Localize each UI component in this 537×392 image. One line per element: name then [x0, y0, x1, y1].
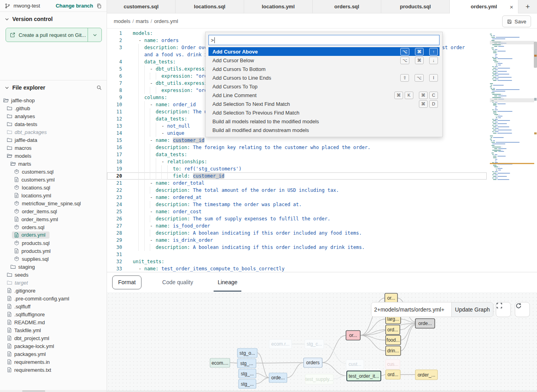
- file-explorer-item-jaffle-shop[interactable]: jaffle-shop: [0, 96, 107, 104]
- file-explorer-item-data-tests[interactable]: data-tests: [0, 120, 107, 128]
- palette-item-10[interactable]: Build all modified and downstream models: [208, 126, 440, 134]
- lineage-node-ecom.r...[interactable]: ecom.r...: [269, 339, 292, 349]
- file-explorer-item-dbt_packages[interactable]: dbt_packages: [0, 128, 107, 136]
- lineage-node-stg_c...[interactable]: stg_c...: [305, 339, 324, 349]
- lineage-node-or...[interactable]: or...: [346, 331, 360, 340]
- tab-locations.sql[interactable]: locations.sql: [176, 0, 244, 13]
- code-line-21[interactable]: 21 - name: order_total: [107, 180, 487, 187]
- lineage-node-or...[interactable]: or...: [385, 293, 397, 303]
- file-explorer-item-products.sql[interactable]: products.sql: [0, 239, 107, 247]
- code-line-27[interactable]: 27 - name: is_food_order: [107, 222, 487, 229]
- breadcrumb-part[interactable]: models: [114, 18, 130, 24]
- file-explorer-item-.sqlfluff[interactable]: .sqlfluff: [0, 302, 107, 310]
- file-explorer-item-.sqlfluffignore[interactable]: .sqlfluffignore: [0, 310, 107, 318]
- file-explorer-item-seeds[interactable]: seeds: [0, 271, 107, 279]
- file-explorer-item-customers.sql[interactable]: customers.sql: [0, 168, 107, 176]
- file-explorer-item-locations.yml[interactable]: locations.yml: [0, 191, 107, 199]
- palette-item-3[interactable]: Add Cursors To Bottom: [208, 65, 440, 73]
- code-line-19[interactable]: 19 to: ref('stg_customers'): [107, 165, 487, 172]
- palette-item-2[interactable]: Add Cursor Below⌥⌘↓: [208, 56, 440, 65]
- palette-item-4[interactable]: Add Cursors to Line Ends⇧⌥I: [208, 73, 440, 82]
- code-line-24[interactable]: 24 description: The timestamp the order …: [107, 201, 487, 208]
- copy-icon[interactable]: [96, 3, 102, 9]
- file-explorer-item-marts[interactable]: marts: [0, 160, 107, 168]
- tab-orders.yml[interactable]: orders.yml×: [450, 0, 518, 13]
- editor-scrollbar[interactable]: [534, 29, 537, 272]
- file-explorer-item-requirements.txt[interactable]: requirements.txt: [0, 366, 107, 374]
- close-icon[interactable]: ×: [510, 3, 513, 10]
- palette-item-8[interactable]: Add Selection To Previous Find Match: [208, 108, 440, 117]
- tab-code-quality[interactable]: Code quality: [158, 273, 197, 292]
- code-line-20[interactable]: 20 field: customer_id: [107, 172, 487, 180]
- file-explorer-item-requirements.in[interactable]: requirements.in: [0, 358, 107, 366]
- update-graph-button[interactable]: Update Graph: [451, 302, 493, 317]
- tab-customers.sql[interactable]: customers.sql: [107, 0, 176, 13]
- lineage-node-cus...[interactable]: cus...: [386, 359, 400, 369]
- file-explorer-item-models[interactable]: models: [0, 152, 107, 160]
- file-explorer-item-customers.yml[interactable]: customers.yml: [0, 176, 107, 184]
- palette-item-5[interactable]: Add Cursors To Top: [208, 82, 440, 91]
- file-explorer-item-analyses[interactable]: analyses: [0, 112, 107, 120]
- code-line-25[interactable]: 25 - name: order_cost: [107, 208, 487, 215]
- file-explorer-item-Taskfile.yml[interactable]: Taskfile.yml: [0, 326, 107, 334]
- lineage-node-orde...[interactable]: orde...: [269, 373, 287, 382]
- lineage-graph[interactable]: ecom....stg_o...stg_...stg_...stg_...ord…: [107, 292, 537, 392]
- file-explorer-item-dbt_project.yml[interactable]: dbt_project.yml: [0, 334, 107, 342]
- new-tab-button[interactable]: +: [518, 0, 537, 13]
- lineage-node-orders[interactable]: orders: [304, 358, 322, 367]
- code-line-29[interactable]: 29 - name: is_drink_order: [107, 237, 487, 244]
- file-explorer-item-orders.sql[interactable]: orders.sql: [0, 223, 107, 231]
- code-line-15[interactable]: 15 - name: customer_id: [107, 137, 487, 144]
- code-line-23[interactable]: 23 - name: ordered_at: [107, 194, 487, 201]
- file-explorer-item-.github[interactable]: .github: [0, 104, 107, 112]
- palette-item-9[interactable]: Build all models related to the modified…: [208, 117, 440, 126]
- lineage-node-order_...[interactable]: order_...: [415, 370, 438, 380]
- file-explorer-item-supplies.sql[interactable]: supplies.sql: [0, 255, 107, 263]
- code-line-18[interactable]: 18 - relationships:: [107, 158, 487, 165]
- breadcrumb-part[interactable]: marts: [136, 18, 149, 24]
- lineage-node-stg_...[interactable]: stg_...: [239, 379, 256, 388]
- code-line-17[interactable]: 17 data_tests:: [107, 151, 487, 158]
- palette-item-6[interactable]: Add Line Comment⌘K⌘C: [208, 91, 440, 99]
- file-explorer-item-locations.sql[interactable]: locations.sql: [0, 184, 107, 191]
- lineage-node-stg_...[interactable]: stg_...: [237, 359, 256, 368]
- code-line-26[interactable]: 26 description: The sum of supply expens…: [107, 215, 487, 222]
- create-pull-request-button[interactable]: Create a pull request on Git...: [6, 28, 102, 42]
- lineage-node-ord...[interactable]: ord...: [386, 325, 400, 335]
- tab-locations.yml[interactable]: locations.yml: [244, 0, 313, 13]
- file-explorer-header[interactable]: File explorer: [0, 80, 107, 93]
- code-line-32[interactable]: 32unit_tests:: [107, 258, 487, 265]
- lineage-node-food...[interactable]: food...: [386, 335, 401, 345]
- file-explorer-item-order_items.sql[interactable]: order_items.sql: [0, 207, 107, 215]
- graph-horizontal-scrollbar[interactable]: [107, 390, 537, 392]
- file-explorer-item-metricflow_time_spine.sql[interactable]: metricflow_time_spine.sql: [0, 199, 107, 207]
- fullscreen-button[interactable]: [496, 302, 511, 317]
- file-explorer-item-README.md[interactable]: README.md: [0, 318, 107, 326]
- format-button[interactable]: Format: [112, 275, 141, 289]
- lineage-node-stg_...[interactable]: stg_...: [239, 369, 256, 378]
- lineage-selector-input[interactable]: 2+models/marts/orders.yml+: [371, 302, 451, 317]
- code-line-30[interactable]: 30 description: A boolean indicating if …: [107, 244, 487, 251]
- command-palette-input[interactable]: >: [208, 35, 440, 45]
- file-explorer-item-packages.yml[interactable]: packages.yml: [0, 350, 107, 358]
- refresh-button[interactable]: [515, 302, 530, 317]
- version-control-header[interactable]: Version control: [0, 12, 107, 25]
- lineage-node-drin...[interactable]: drin...: [386, 346, 401, 356]
- file-explorer-item-package-lock.yml[interactable]: package-lock.yml: [0, 342, 107, 350]
- file-explorer-item-products.yml[interactable]: products.yml: [0, 247, 107, 255]
- code-line-31[interactable]: 31: [107, 251, 487, 258]
- lineage-node-ecom....[interactable]: ecom....: [210, 358, 230, 367]
- lineage-node-ord...[interactable]: ord...: [386, 370, 400, 379]
- search-icon[interactable]: [96, 85, 102, 90]
- code-line-28[interactable]: 28 description: A boolean indicating if …: [107, 229, 487, 237]
- lineage-node-orde...[interactable]: orde...: [415, 319, 435, 328]
- minimap[interactable]: [490, 34, 534, 184]
- code-line-33[interactable]: 33 - name: test_order_items_compute_to_b…: [107, 265, 487, 272]
- file-explorer-item-staging[interactable]: staging: [0, 263, 107, 271]
- lineage-node-test_supply...[interactable]: test_supply...: [305, 374, 333, 384]
- file-explorer-item-order_items.yml[interactable]: order_items.yml: [0, 215, 107, 223]
- change-branch-link[interactable]: Change branch: [55, 3, 93, 9]
- lineage-node-stg_o...[interactable]: stg_o...: [237, 348, 257, 358]
- file-explorer-item-jaffle-data[interactable]: jaffle-data: [0, 136, 107, 144]
- breadcrumb-part[interactable]: orders.yml: [154, 18, 178, 24]
